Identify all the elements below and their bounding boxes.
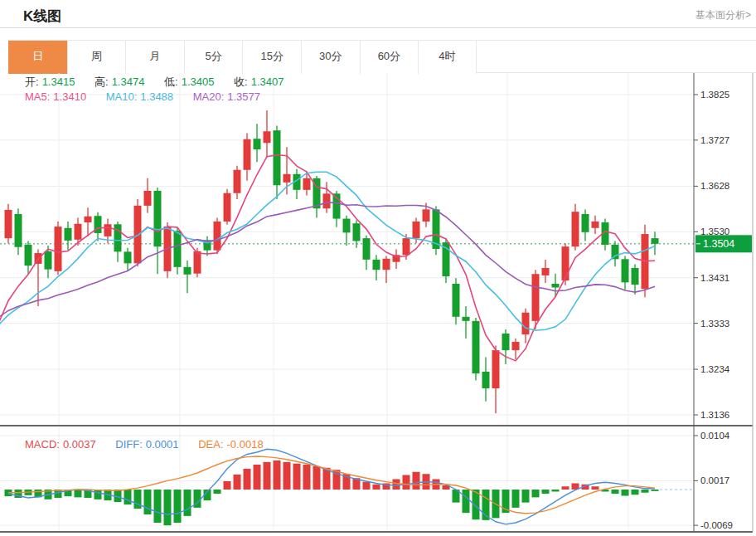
diff-label: DIFF:	[115, 438, 143, 451]
candle-body	[174, 231, 182, 267]
candle-body	[134, 206, 142, 263]
candle-body	[413, 222, 420, 238]
candle-body	[632, 268, 639, 285]
candle-body	[582, 214, 589, 232]
open-label: 开:	[25, 76, 39, 88]
candle-body	[224, 193, 231, 222]
tab-4hour[interactable]: 4时	[418, 41, 477, 74]
macd-bar	[413, 472, 420, 490]
axis-label: 0.0104	[700, 431, 730, 441]
macd-legend: MACD:0.0037 DIFF:0.0001 DEA:-0.0018	[25, 438, 280, 451]
period-tab-bar: 日 周 月 5分 15分 30分 60分 4时	[8, 40, 756, 73]
candle-body	[492, 350, 500, 388]
macd-value: 0.0037	[63, 438, 96, 451]
ma20-label: MA20:	[193, 90, 225, 103]
candle-body	[592, 222, 599, 228]
tab-15min[interactable]: 15分	[242, 41, 301, 74]
candle-body	[453, 284, 460, 317]
candle-body	[65, 228, 72, 241]
page-title: K线图	[23, 7, 61, 26]
candle-body	[542, 268, 550, 275]
axis-label: 1.3234	[700, 364, 730, 374]
kline-chart-area[interactable]: 1.38251.37271.36281.35301.34311.33331.32…	[0, 73, 756, 536]
macd-bar	[373, 485, 380, 490]
macd-bar	[134, 490, 142, 509]
macd-bar	[264, 462, 271, 490]
candle-body	[194, 251, 201, 274]
ma5-label: MA5:	[25, 90, 50, 103]
axis-label: 1.3727	[700, 135, 729, 145]
macd-bar	[393, 480, 400, 490]
macd-bar	[254, 465, 261, 490]
macd-bar	[642, 490, 649, 493]
diff-value: 0.0001	[146, 438, 179, 451]
dea-label: DEA:	[198, 438, 223, 451]
macd-bar	[174, 490, 182, 523]
dea-value: -0.0018	[227, 438, 264, 451]
axis-label: 1.3431	[700, 273, 729, 283]
candle-body	[373, 260, 380, 270]
macd-bar	[562, 486, 569, 490]
macd-bar	[274, 460, 281, 490]
macd-bar	[592, 486, 599, 490]
candle-body	[25, 245, 32, 266]
macd-bar	[154, 490, 162, 523]
low-label: 低:	[164, 76, 178, 88]
macd-bar	[542, 490, 550, 494]
candle-body	[154, 191, 162, 246]
fundamental-analysis-link[interactable]: 基本面分析>	[695, 8, 751, 22]
axis-label: 0.0017	[700, 475, 729, 485]
macd-bar	[214, 490, 221, 494]
candle-body	[423, 209, 430, 222]
macd-bar	[124, 490, 132, 504]
candle-body	[214, 222, 221, 251]
macd-layer	[5, 449, 695, 525]
tab-30min[interactable]: 30分	[301, 41, 360, 74]
macd-bar	[363, 482, 371, 490]
candle-body	[45, 251, 52, 270]
candle-body	[284, 174, 291, 183]
candle-body	[512, 342, 520, 350]
macd-bar	[284, 462, 291, 490]
candle-body	[234, 170, 241, 193]
macd-bar	[622, 490, 629, 496]
candle-body	[55, 227, 62, 271]
candle-body	[472, 321, 480, 373]
macd-bar	[652, 490, 659, 491]
macd-bar	[184, 490, 191, 516]
grid-layer	[0, 73, 694, 532]
ma20-value: 1.3577	[227, 90, 260, 103]
macd-bar	[552, 490, 560, 492]
candle-body	[264, 131, 271, 143]
axis-label: 1.3136	[700, 410, 729, 420]
candle-body	[323, 193, 331, 208]
candle-body	[85, 217, 92, 222]
tab-month[interactable]: 月	[125, 41, 184, 74]
candle-body	[114, 224, 122, 251]
tab-5min[interactable]: 5分	[184, 41, 243, 74]
axis-label: 1.3825	[700, 90, 729, 100]
macd-bar	[463, 490, 470, 513]
candle-body	[184, 267, 191, 275]
ohlc-legend: 开:1.3415 高:1.3474 低:1.3405 收:1.3407	[25, 75, 300, 90]
candle-body	[552, 284, 560, 287]
tab-60min[interactable]: 60分	[360, 41, 419, 74]
tab-day[interactable]: 日	[8, 41, 67, 74]
header-divider	[0, 27, 756, 28]
macd-bar	[612, 490, 619, 494]
macd-label: MACD:	[25, 438, 60, 451]
candle-body	[303, 178, 311, 190]
kline-canvas[interactable]: 1.38251.37271.36281.35301.34311.33331.32…	[0, 73, 756, 536]
diff-line	[8, 449, 655, 524]
tab-week[interactable]: 周	[67, 41, 126, 74]
macd-bar	[244, 469, 251, 490]
candle-body	[502, 334, 510, 350]
candle-body	[572, 212, 579, 246]
candle-body	[124, 251, 132, 263]
candles-layer	[5, 110, 659, 413]
macd-bar	[75, 490, 82, 497]
macd-bar	[234, 475, 241, 490]
candle-body	[104, 224, 112, 236]
macd-bar	[522, 490, 530, 503]
axis-label: 1.3333	[700, 319, 729, 329]
